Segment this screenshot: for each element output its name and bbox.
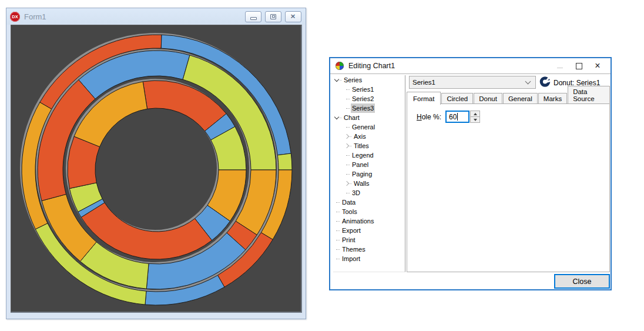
- close-button[interactable]: ×: [588, 60, 607, 72]
- tab-marks[interactable]: Marks: [538, 93, 567, 104]
- chevron-down-icon: [525, 79, 531, 85]
- pie-chart-icon: [336, 62, 344, 70]
- tree-connector: [350, 146, 351, 146]
- tab-data-source[interactable]: Data Source: [568, 86, 610, 104]
- close-icon: ×: [291, 13, 296, 20]
- tree-connector: [336, 249, 340, 250]
- chevron-right-icon[interactable]: [344, 143, 349, 148]
- editor-titlebar[interactable]: Editing Chart1 ×: [330, 58, 611, 74]
- tree-connector: [336, 221, 340, 222]
- maximize-button[interactable]: [569, 60, 588, 72]
- form1-window: DX Form1 ×: [6, 8, 306, 319]
- tree-item-label: Axis: [353, 132, 367, 141]
- text-caret: [457, 113, 458, 121]
- tree-item-label: Paging: [351, 169, 373, 179]
- close-button[interactable]: ×: [285, 11, 301, 22]
- chart-editor-dialog: Editing Chart1 × SeriesSeries1Series2Ser…: [329, 57, 612, 290]
- hole-label-rest: ole %:: [422, 113, 441, 121]
- editor-window-controls: ×: [551, 60, 607, 72]
- chart-panel: [11, 25, 302, 313]
- maximize-icon: [270, 14, 276, 19]
- hole-percent-value: 60: [449, 113, 457, 121]
- tab-general[interactable]: General: [503, 93, 538, 104]
- tree-item-series1[interactable]: Series1: [333, 85, 405, 94]
- hole-percent-label: Hole %:: [417, 113, 441, 121]
- hole-percent-input[interactable]: 60: [445, 111, 469, 123]
- arrow-up-icon: [474, 113, 477, 115]
- tree-connector: [346, 155, 350, 156]
- editor-tree: SeriesSeries1Series2Series3ChartGeneralA…: [333, 75, 405, 272]
- tree-item-walls[interactable]: Walls: [333, 179, 405, 188]
- tree-item-series[interactable]: Series: [333, 75, 405, 85]
- tree-connector: [340, 118, 341, 118]
- tree-item-label: Titles: [353, 141, 370, 151]
- tree-item-label: Series3: [351, 103, 375, 113]
- minimize-button[interactable]: [551, 60, 569, 72]
- donut-chart: [11, 25, 300, 311]
- tree-connector: [336, 259, 340, 259]
- chevron-down-icon[interactable]: [334, 114, 339, 119]
- dx-logo-icon: DX: [10, 12, 20, 22]
- tree-connector: [350, 183, 351, 184]
- editor-tabs: FormatCircledDonutGeneralMarksData Sourc…: [407, 91, 611, 104]
- tree-item-label: Walls: [353, 179, 370, 188]
- tree-item-panel[interactable]: Panel: [333, 160, 405, 169]
- tree-connector: [346, 193, 350, 193]
- donut-segment-series1-green: [277, 153, 292, 170]
- tree-item-legend[interactable]: Legend: [333, 151, 405, 160]
- tree-item-paging[interactable]: Paging: [333, 169, 405, 179]
- hole-label-mnemonic: H: [417, 113, 422, 121]
- chevron-right-icon[interactable]: [344, 181, 349, 186]
- tree-item-label: Themes: [341, 245, 367, 254]
- minimize-icon: [250, 17, 257, 20]
- series-select-value: Series1: [410, 79, 526, 86]
- tree-item-label: Series2: [351, 94, 375, 103]
- minimize-icon: [557, 68, 563, 68]
- arrow-down-icon: [474, 119, 477, 121]
- form1-titlebar[interactable]: DX Form1 ×: [6, 8, 306, 25]
- tree-item-label: Import: [341, 254, 361, 263]
- tree-item-chart[interactable]: Chart: [333, 113, 405, 122]
- tree-connector: [346, 99, 350, 99]
- tree-item-export[interactable]: Export: [333, 226, 405, 235]
- donut-series-icon: [539, 76, 551, 87]
- tab-donut[interactable]: Donut: [474, 93, 502, 104]
- tree-connector: [346, 165, 350, 165]
- chevron-down-icon[interactable]: [334, 76, 339, 81]
- hole-percent-spinner: [470, 111, 480, 123]
- tree-connector: [336, 212, 340, 212]
- maximize-button[interactable]: [265, 11, 281, 22]
- tree-item-data[interactable]: Data: [333, 198, 405, 207]
- tree-item-label: Series1: [351, 85, 375, 94]
- chevron-right-icon[interactable]: [344, 134, 349, 139]
- tree-item-series3[interactable]: Series3: [333, 103, 405, 113]
- tree-item-label: Data: [341, 198, 357, 207]
- tab-circled[interactable]: Circled: [441, 93, 473, 104]
- tree-item-3d[interactable]: 3D: [333, 188, 405, 198]
- tree-connector: [346, 89, 350, 90]
- spinner-up-button[interactable]: [470, 111, 480, 116]
- tree-item-label: Animations: [341, 216, 375, 226]
- minimize-button[interactable]: [245, 11, 261, 22]
- tree-item-titles[interactable]: Titles: [333, 141, 405, 151]
- series-select-dropdown[interactable]: Series1: [409, 76, 536, 89]
- maximize-icon: [576, 63, 582, 69]
- tree-item-general[interactable]: General: [333, 122, 405, 132]
- tree-item-import[interactable]: Import: [333, 254, 405, 263]
- tree-item-label: Print: [341, 235, 357, 245]
- tree-item-animations[interactable]: Animations: [333, 216, 405, 226]
- close-icon: ×: [595, 61, 600, 71]
- tree-item-themes[interactable]: Themes: [333, 245, 405, 254]
- tree-connector: [350, 136, 351, 137]
- tree-connector: [336, 240, 340, 240]
- tree-item-tools[interactable]: Tools: [333, 207, 405, 216]
- tree-item-label: 3D: [351, 188, 361, 198]
- tab-format[interactable]: Format: [407, 92, 441, 105]
- close-button[interactable]: Close: [554, 274, 610, 289]
- tree-item-label: Chart: [343, 113, 361, 122]
- tree-item-series2[interactable]: Series2: [333, 94, 405, 103]
- spinner-down-button[interactable]: [470, 116, 480, 123]
- tree-connector: [346, 174, 350, 175]
- tree-item-axis[interactable]: Axis: [333, 132, 405, 141]
- tree-item-print[interactable]: Print: [333, 235, 405, 245]
